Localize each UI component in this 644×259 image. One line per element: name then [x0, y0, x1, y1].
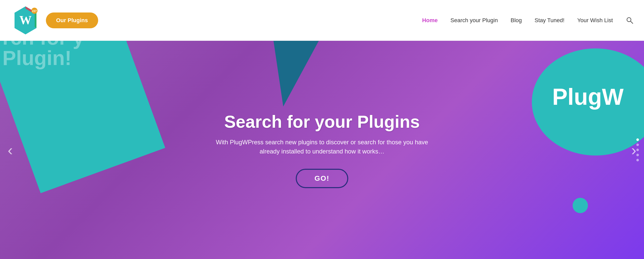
main-nav: Home Search your Plugin Blog Stay Tuned!… [422, 16, 634, 24]
teal-circle-decoration [573, 198, 588, 213]
slide-dot-5[interactable] [636, 159, 639, 161]
logo[interactable]: W 227 [10, 5, 41, 36]
our-plugins-button[interactable]: Our Plugins [46, 12, 98, 28]
teal-banner-left: rch for yPlugin! [0, 41, 165, 193]
hero-content: Search for your Plugins With PlugWPress … [214, 112, 430, 188]
nav-item-wish-list[interactable]: Your Wish List [577, 17, 613, 24]
slide-dot-3[interactable] [636, 149, 639, 151]
search-icon[interactable] [626, 16, 634, 24]
banner-background-text: rch for yPlugin! [0, 41, 84, 68]
plugw-bubble: PlugW [532, 48, 644, 156]
slide-dots [636, 138, 639, 161]
logo-area: W 227 Our Plugins [10, 5, 98, 36]
svg-line-6 [630, 21, 633, 23]
svg-text:W: W [19, 13, 32, 27]
slide-prev-arrow[interactable]: ‹ [8, 141, 13, 159]
slide-next-arrow[interactable]: › [631, 141, 636, 159]
hero-title: Search for your Plugins [214, 112, 430, 132]
nav-item-blog[interactable]: Blog [511, 17, 522, 24]
nav-item-search-plugin[interactable]: Search your Plugin [450, 17, 498, 24]
header: W 227 Our Plugins Home Search your Plugi… [0, 0, 644, 41]
nav-item-home[interactable]: Home [422, 17, 438, 24]
hero-go-button[interactable]: GO! [296, 169, 349, 188]
slide-dot-4[interactable] [636, 154, 639, 156]
slide-dot-1[interactable] [636, 138, 639, 141]
dark-triangle [258, 41, 321, 111]
svg-text:227: 227 [32, 9, 37, 12]
plugw-text: PlugW [552, 84, 624, 110]
hero-subtitle: With PlugWPress search new plugins to di… [214, 138, 430, 156]
nav-item-stay-tuned[interactable]: Stay Tuned! [535, 17, 564, 24]
slide-dot-2[interactable] [636, 144, 639, 146]
hero-section: rch for yPlugin! PlugW Search for your P… [0, 41, 644, 259]
